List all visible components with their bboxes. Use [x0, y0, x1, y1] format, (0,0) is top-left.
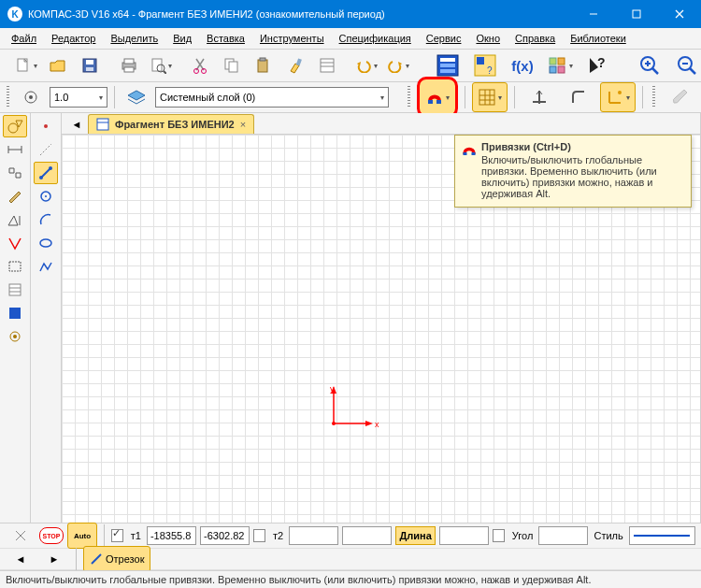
symbols-button[interactable]	[3, 162, 27, 184]
toolbar-handle[interactable]	[652, 86, 655, 108]
svg-line-85	[92, 554, 101, 564]
circle-button[interactable]	[34, 185, 58, 208]
menu-file[interactable]: Файл	[4, 30, 44, 47]
menu-spec[interactable]: Спецификация	[332, 30, 419, 47]
snap-button[interactable]	[417, 77, 458, 118]
angle-input[interactable]	[538, 526, 588, 545]
insert-button[interactable]	[3, 325, 27, 348]
phantom-prev-button[interactable]: ◄	[6, 546, 36, 572]
paste-button[interactable]	[249, 52, 279, 79]
property-bar: STOP Auto т1 -18355.8 -6302.82 т2 Длина …	[0, 523, 701, 570]
svg-line-13	[164, 71, 166, 74]
format-painter-button[interactable]	[280, 52, 310, 79]
svg-rect-84	[472, 152, 476, 155]
help-button[interactable]: ?	[579, 50, 615, 80]
point-button[interactable]	[34, 115, 58, 137]
length-input[interactable]	[439, 526, 489, 545]
measure-button[interactable]	[3, 232, 27, 254]
current-state-button[interactable]	[16, 84, 46, 110]
library-button[interactable]	[542, 50, 578, 80]
ortho-button[interactable]	[522, 82, 557, 112]
line-scale-combo[interactable]: 1.0	[50, 87, 107, 108]
stop-button[interactable]: STOP	[39, 527, 64, 544]
menu-help[interactable]: Справка	[508, 30, 563, 47]
t1-y-input[interactable]: -6302.82	[200, 526, 250, 545]
left-toolbar-2	[31, 113, 62, 523]
menu-select[interactable]: Выделить	[103, 30, 165, 47]
layers-icon[interactable]	[122, 84, 151, 110]
angle-lock-toggle[interactable]	[493, 529, 505, 542]
params-button[interactable]	[3, 208, 27, 231]
undo-button[interactable]	[351, 52, 381, 79]
svg-point-56	[618, 91, 622, 94]
phantom-next-button[interactable]: ►	[39, 546, 69, 572]
open-button[interactable]	[43, 52, 73, 79]
print-preview-button[interactable]	[146, 52, 176, 79]
menu-view[interactable]: Вид	[165, 30, 199, 47]
segment-button[interactable]	[34, 162, 58, 184]
canvas-area: ◄ Фрагмент БЕЗ ИМЕНИ2 × x y	[62, 113, 701, 523]
segment-tab[interactable]: Отрезок	[83, 546, 150, 572]
properties-button[interactable]	[312, 52, 342, 79]
menu-tools[interactable]: Инструменты	[252, 30, 332, 47]
svg-rect-18	[258, 60, 267, 72]
svg-line-41	[690, 68, 695, 74]
reports-button[interactable]	[3, 302, 27, 324]
layer-combo[interactable]: Системный слой (0)	[155, 87, 389, 108]
t2-x-input[interactable]	[289, 526, 338, 545]
svg-text:x: x	[375, 420, 379, 429]
close-button[interactable]	[658, 0, 701, 28]
grid-button[interactable]	[472, 82, 508, 112]
geometry-button[interactable]	[3, 115, 27, 137]
spec-button[interactable]	[3, 279, 27, 301]
menu-libs[interactable]: Библиотеки	[563, 30, 634, 47]
drawing-canvas[interactable]: x y Привязки (Ctrl+D) Включить/выключить…	[62, 135, 700, 523]
toolbar-handle[interactable]	[7, 86, 9, 108]
menu-edit[interactable]: Редактор	[44, 30, 103, 47]
t2-y-input[interactable]	[342, 526, 392, 545]
document-tab[interactable]: Фрагмент БЕЗ ИМЕНИ2 ×	[88, 114, 254, 134]
edit-button[interactable]	[3, 185, 27, 208]
status-text: Включить/выключить глобальные привязки. …	[6, 574, 591, 585]
copy-button[interactable]	[217, 52, 247, 79]
style-combo[interactable]	[629, 526, 695, 545]
auto-create-button[interactable]: Auto	[67, 523, 97, 549]
zoom-out-button[interactable]	[669, 50, 701, 80]
t1-lock-toggle[interactable]	[111, 529, 123, 542]
t2-lock-toggle[interactable]	[253, 529, 265, 542]
new-button[interactable]	[11, 52, 41, 79]
menu-insert[interactable]: Вставка	[199, 30, 252, 47]
ellipse-button[interactable]	[34, 232, 58, 254]
select-button[interactable]	[3, 255, 27, 278]
arc-button[interactable]	[34, 208, 58, 231]
polyline-button[interactable]	[34, 255, 58, 278]
layer-toolbar: 1.0 Системный слой (0)	[0, 82, 701, 113]
local-cs-button[interactable]	[600, 82, 636, 112]
round-button[interactable]	[561, 82, 596, 112]
window-title: КОМПАС-3D V16 x64 - Фрагмент БЕЗ ИМЕНИ2 …	[28, 8, 572, 20]
menu-service[interactable]: Сервис	[419, 30, 469, 47]
fx-button[interactable]: f(x)	[505, 50, 540, 80]
toolbar-handle[interactable]	[408, 86, 410, 108]
create-object-button[interactable]	[6, 523, 36, 549]
cut-button[interactable]	[185, 52, 215, 79]
magnet-icon	[461, 141, 478, 158]
print-button[interactable]	[114, 52, 144, 79]
tab-nav-left[interactable]: ◄	[65, 115, 88, 134]
dimensions-button[interactable]	[3, 138, 27, 161]
svg-rect-9	[124, 59, 134, 64]
t1-x-input[interactable]: -18355.8	[147, 526, 196, 545]
svg-rect-25	[440, 58, 455, 62]
svg-rect-19	[260, 58, 265, 61]
menu-window[interactable]: Окно	[468, 30, 508, 47]
variables-button[interactable]: ?	[467, 50, 503, 80]
save-button[interactable]	[75, 52, 105, 79]
redo-button[interactable]	[383, 52, 413, 79]
zoom-in-button[interactable]	[632, 50, 667, 80]
menu-bar: Файл Редактор Выделить Вид Вставка Инстр…	[0, 28, 701, 50]
svg-rect-6	[86, 60, 93, 65]
aux-line-button[interactable]	[34, 138, 58, 161]
tab-close-button[interactable]: ×	[240, 119, 246, 130]
minimize-button[interactable]	[572, 0, 615, 28]
maximize-button[interactable]	[615, 0, 658, 28]
